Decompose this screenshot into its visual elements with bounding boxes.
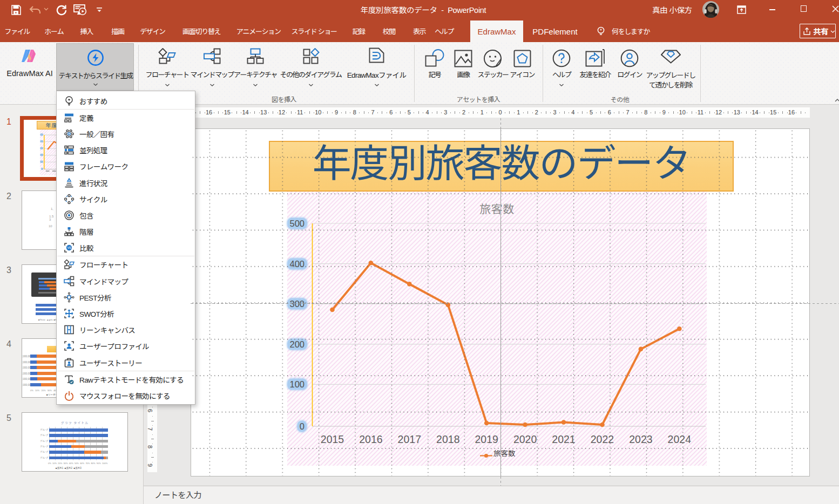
svg-text:VS: VS: [67, 247, 71, 250]
